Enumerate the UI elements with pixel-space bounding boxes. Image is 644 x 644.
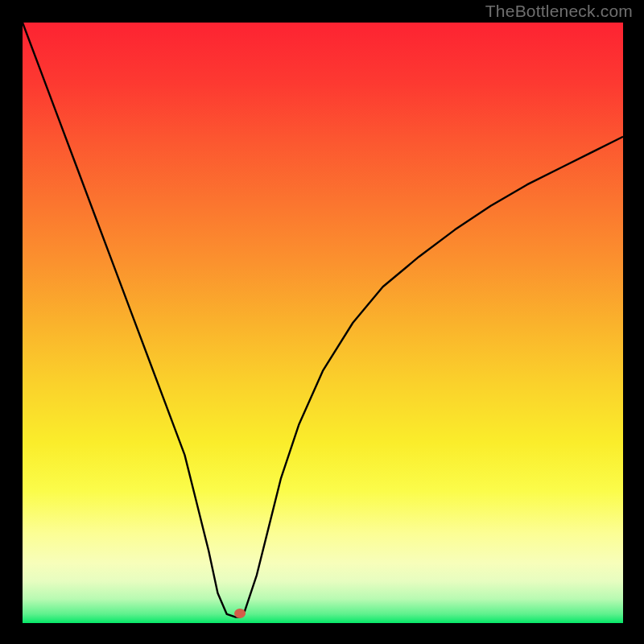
watermark-label: TheBottleneck.com xyxy=(485,2,633,21)
plot-background xyxy=(23,23,623,623)
chart-frame: TheBottleneck.com xyxy=(0,0,644,644)
bottleneck-chart xyxy=(23,23,623,623)
optimal-point-marker xyxy=(234,609,246,618)
